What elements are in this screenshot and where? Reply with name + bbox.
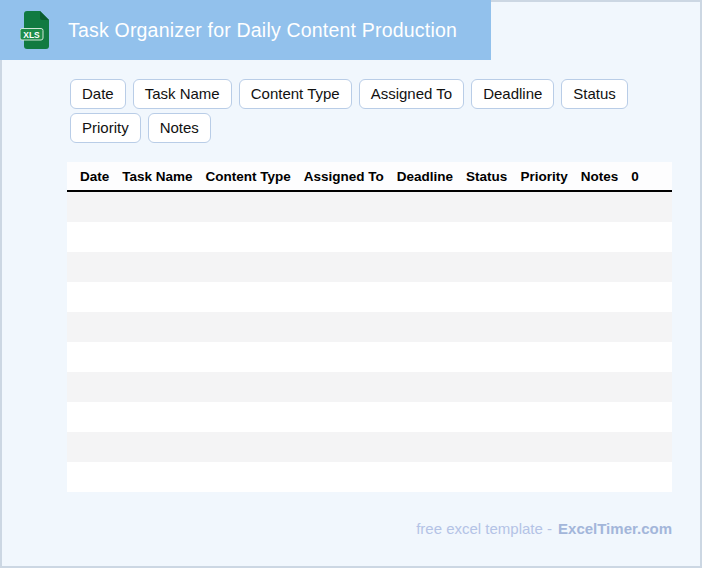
field-chip[interactable]: Date: [70, 79, 126, 109]
table-row: [67, 222, 672, 252]
field-chip[interactable]: Task Name: [133, 79, 232, 109]
xls-file-icon: XLS: [20, 11, 49, 49]
column-header: Deadline: [397, 169, 453, 184]
field-chip[interactable]: Deadline: [471, 79, 554, 109]
column-header: Content Type: [206, 169, 291, 184]
column-header: Priority: [520, 169, 567, 184]
column-header: Assigned To: [304, 169, 384, 184]
footer: free excel template -ExcelTimer.com: [416, 520, 672, 537]
table-row: [67, 342, 672, 372]
field-chip[interactable]: Assigned To: [359, 79, 464, 109]
column-header: Status: [466, 169, 507, 184]
table-header-row: DateTask NameContent TypeAssigned ToDead…: [67, 162, 672, 192]
table-row: [67, 312, 672, 342]
column-header: Date: [80, 169, 109, 184]
field-chip[interactable]: Notes: [148, 113, 211, 143]
table-row: [67, 402, 672, 432]
table-row: [67, 432, 672, 462]
header-bar: XLS Task Organizer for Daily Content Pro…: [0, 0, 491, 60]
field-chip[interactable]: Priority: [70, 113, 141, 143]
table-row: [67, 462, 672, 492]
table-row: [67, 282, 672, 312]
column-header: 0: [631, 169, 639, 184]
table-body: [67, 192, 672, 492]
xls-icon-label: XLS: [23, 30, 40, 40]
footer-text: free excel template -: [416, 520, 552, 537]
table-row: [67, 372, 672, 402]
footer-brand-link[interactable]: ExcelTimer.com: [558, 520, 672, 537]
app-window: XLS Task Organizer for Daily Content Pro…: [0, 0, 702, 568]
column-header: Notes: [581, 169, 619, 184]
task-table: DateTask NameContent TypeAssigned ToDead…: [67, 162, 672, 492]
column-header: Task Name: [122, 169, 192, 184]
field-chip-list: DateTask NameContent TypeAssigned ToDead…: [70, 79, 670, 143]
field-chip[interactable]: Status: [561, 79, 628, 109]
table-row: [67, 192, 672, 222]
field-chip[interactable]: Content Type: [239, 79, 352, 109]
page-title: Task Organizer for Daily Content Product…: [68, 19, 457, 42]
table-row: [67, 252, 672, 282]
